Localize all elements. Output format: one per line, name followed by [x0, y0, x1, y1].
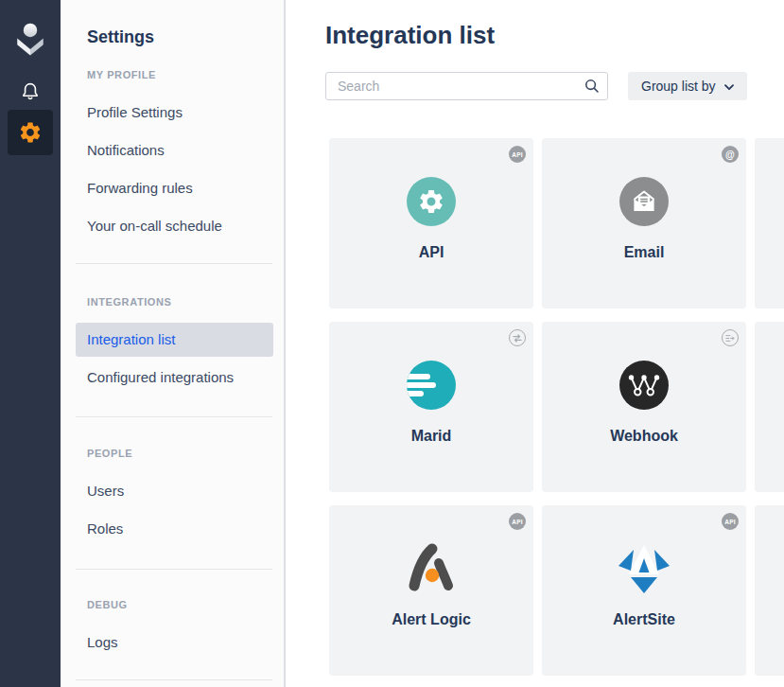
- sidebar-item-forwarding-rules[interactable]: Forwarding rules: [87, 180, 284, 197]
- divider: [76, 569, 272, 570]
- toolbar: Group list by: [325, 72, 784, 100]
- chevron-down-icon: [724, 79, 734, 94]
- integration-card-marid[interactable]: Marid: [329, 322, 533, 492]
- sidebar-item-integration-list[interactable]: Integration list: [76, 323, 273, 357]
- webhook-icon: [619, 361, 669, 410]
- integration-name: Alert Logic: [329, 611, 533, 628]
- api-type-badge: API: [509, 513, 526, 530]
- sidebar-item-profile-settings[interactable]: Profile Settings: [87, 104, 284, 121]
- group-list-by-button[interactable]: Group list by: [628, 72, 747, 100]
- integration-name: Email: [542, 244, 746, 261]
- settings-gear-icon[interactable]: [8, 110, 53, 155]
- envelope-icon: [619, 177, 669, 226]
- integration-card-alertsite[interactable]: API AlertSite: [542, 505, 746, 676]
- sidebar-title: Settings: [87, 27, 284, 47]
- icon-wrap: [329, 540, 533, 597]
- group-list-by-label: Group list by: [641, 79, 716, 94]
- search-input[interactable]: [325, 72, 608, 100]
- section-header-people: PEOPLE: [87, 448, 284, 460]
- gear-icon: [407, 177, 456, 226]
- api-type-badge: API: [722, 513, 739, 530]
- integration-card-webhook[interactable]: Webhook: [542, 322, 746, 492]
- sidebar-item-logs[interactable]: Logs: [87, 634, 284, 651]
- icon-wrap: [542, 357, 746, 414]
- integration-card-api[interactable]: API API: [329, 138, 533, 308]
- sidebar-item-configured-integrations[interactable]: Configured integrations: [87, 369, 284, 386]
- icon-wrap: [542, 540, 746, 597]
- integration-card-partial[interactable]: [755, 322, 784, 492]
- alertsite-logo: [618, 543, 671, 594]
- search-icon[interactable]: [584, 79, 600, 94]
- email-type-badge: @: [722, 146, 739, 163]
- integration-card-email[interactable]: @ Email: [542, 138, 746, 308]
- alert-logic-logo: [405, 541, 458, 596]
- search-box: [325, 72, 608, 100]
- sidebar-item-notifications[interactable]: Notifications: [87, 142, 284, 159]
- main-content: Integration list Group list by AP: [286, 0, 784, 687]
- settings-sidebar: Settings MY PROFILE Profile Settings Not…: [61, 0, 286, 687]
- integration-name: AlertSite: [542, 611, 746, 628]
- icon-wrap: [329, 357, 533, 414]
- integration-card-partial[interactable]: [755, 138, 784, 308]
- integration-grid: API API @: [329, 138, 784, 676]
- sidebar-item-on-call-schedule[interactable]: Your on-call schedule: [87, 218, 284, 235]
- sidebar-item-users[interactable]: Users: [87, 483, 284, 500]
- integration-card-alert-logic[interactable]: API Alert Logic: [329, 505, 533, 676]
- section-header-integrations: INTEGRATIONS: [87, 296, 284, 308]
- icon-wrap: [329, 173, 533, 230]
- icon-wrap: [542, 173, 746, 230]
- divider: [76, 416, 272, 417]
- api-type-badge: API: [509, 146, 526, 163]
- app-window: Settings MY PROFILE Profile Settings Not…: [0, 0, 784, 687]
- integration-name: API: [329, 244, 533, 261]
- opsgenie-logo[interactable]: [11, 21, 49, 57]
- opsgenie-logo-glyph: [11, 21, 49, 57]
- list-arrow-right-icon: [722, 329, 739, 346]
- integration-card-partial[interactable]: [755, 505, 784, 676]
- section-header-debug: DEBUG: [87, 599, 284, 611]
- sync-arrows-icon: [509, 329, 526, 346]
- sidebar-item-roles[interactable]: Roles: [87, 520, 284, 537]
- divider: [76, 679, 272, 680]
- notifications-bell-icon[interactable]: [17, 79, 44, 106]
- app-rail: [0, 0, 61, 687]
- integration-name: Marid: [329, 428, 533, 445]
- integration-name: Webhook: [542, 428, 746, 445]
- marid-lines-icon: [407, 361, 456, 410]
- page-title: Integration list: [325, 20, 784, 50]
- divider: [76, 263, 272, 264]
- section-header-my-profile: MY PROFILE: [87, 69, 284, 81]
